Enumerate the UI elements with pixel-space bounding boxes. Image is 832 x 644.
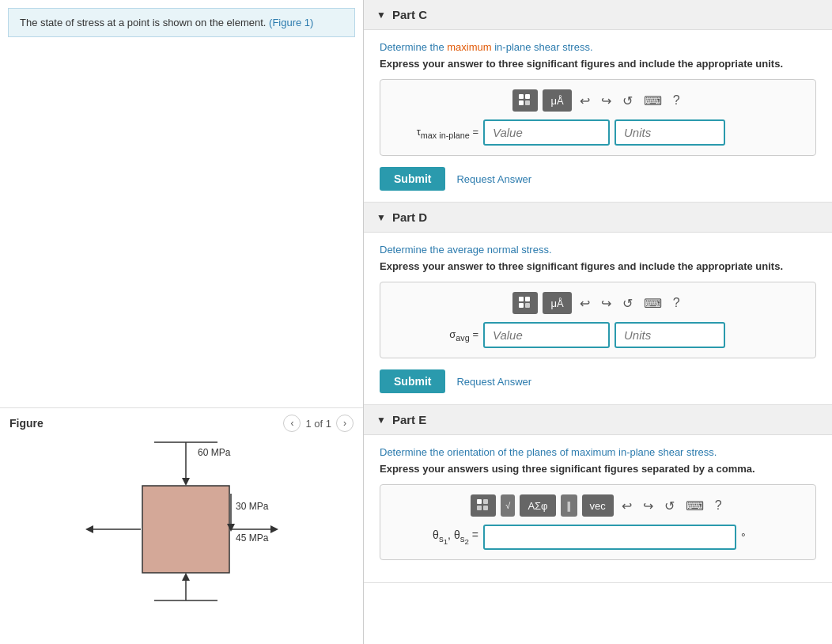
part-e-help-btn[interactable]: ? xyxy=(712,497,725,514)
part-d-action-row: Submit Request Answer xyxy=(380,369,816,393)
part-d-title: Part D xyxy=(392,210,427,224)
part-c-toggle[interactable]: ▼ xyxy=(376,9,386,21)
svg-rect-21 xyxy=(477,499,482,504)
grid-icon-d xyxy=(518,296,532,310)
part-c-undo-btn[interactable]: ↩ xyxy=(577,92,593,110)
part-e-equation-label: θs1, θs2 = xyxy=(391,528,478,546)
svg-rect-24 xyxy=(483,506,488,510)
part-e-keyboard-btn[interactable]: ⌨ xyxy=(683,497,707,515)
svg-rect-19 xyxy=(519,303,524,308)
figure-title: Figure xyxy=(9,417,43,430)
svg-rect-0 xyxy=(142,486,229,573)
part-e-vec-btn[interactable]: vec xyxy=(582,494,614,517)
part-c-title: Part C xyxy=(392,8,427,21)
part-c-units-input[interactable] xyxy=(615,119,725,146)
part-e-note: Express your answers using three signifi… xyxy=(380,463,816,475)
part-d-input-row: σavg = xyxy=(391,322,804,348)
part-d-equation-label: σavg = xyxy=(391,328,478,343)
svg-rect-18 xyxy=(525,297,530,301)
part-e-title: Part E xyxy=(392,413,426,426)
part-c-grid-btn[interactable] xyxy=(512,89,538,112)
grid-icon-e xyxy=(476,498,490,513)
part-c-request-link[interactable]: Request Answer xyxy=(456,173,531,185)
part-c-refresh-btn[interactable]: ↺ xyxy=(619,92,636,110)
part-d-highlight: average normal stress xyxy=(447,244,549,256)
figure-link[interactable]: (Figure 1) xyxy=(269,17,313,28)
part-d-grid-btn[interactable] xyxy=(512,292,538,314)
part-c-mu-btn[interactable]: μÅ xyxy=(543,89,571,112)
part-c-toolbar: μÅ ↩ ↪ ↺ ⌨ ? xyxy=(391,89,804,112)
part-d-help-btn[interactable]: ? xyxy=(670,294,683,312)
part-c-answer-box: μÅ ↩ ↪ ↺ ⌨ ? τmax in-plane = xyxy=(380,79,816,156)
part-c-content: Determine the maximum in-plane shear str… xyxy=(364,30,832,202)
part-d-units-input[interactable] xyxy=(615,322,725,348)
part-c-instruction: Determine the maximum in-plane shear str… xyxy=(380,41,816,53)
svg-marker-10 xyxy=(270,525,278,533)
part-c-highlight: maximum xyxy=(447,41,491,53)
stress-diagram: 60 MPa 30 MPa 45 MPa xyxy=(63,438,316,628)
stress-right-label: 45 MPa xyxy=(236,532,269,544)
part-e-value-input[interactable] xyxy=(483,525,736,550)
part-d-answer-box: μÅ ↩ ↪ ↺ ⌨ ? σavg = xyxy=(380,282,816,358)
figure-nav: ‹ 1 of 1 › xyxy=(283,415,354,432)
grid-icon xyxy=(518,93,532,108)
part-e-redo-btn[interactable]: ↪ xyxy=(640,497,656,515)
part-d-refresh-btn[interactable]: ↺ xyxy=(619,294,636,313)
part-c-section: ▼ Part C Determine the maximum in-plane … xyxy=(364,0,832,203)
figure-pagination: 1 of 1 xyxy=(305,418,331,430)
part-e-undo-btn[interactable]: ↩ xyxy=(618,497,635,515)
part-c-note: Express your answer to three significant… xyxy=(380,58,816,70)
part-d-toolbar: μÅ ↩ ↪ ↺ ⌨ ? xyxy=(391,292,804,314)
part-d-value-input[interactable] xyxy=(483,322,610,348)
part-e-degree-symbol: ° xyxy=(741,531,746,544)
part-e-alpha-btn[interactable]: ΑΣφ xyxy=(520,494,555,517)
part-d-keyboard-btn[interactable]: ⌨ xyxy=(641,294,665,313)
part-e-bars-btn[interactable]: ∥ xyxy=(561,494,577,517)
stress-right-top-label: 30 MPa xyxy=(236,501,269,512)
part-d-toggle[interactable]: ▼ xyxy=(376,212,386,223)
part-d-mu-btn[interactable]: μÅ xyxy=(543,292,571,314)
svg-rect-13 xyxy=(519,94,524,99)
part-e-sqrt-btn[interactable]: √ xyxy=(501,494,515,517)
part-c-help-btn[interactable]: ? xyxy=(670,92,683,109)
part-d-redo-btn[interactable]: ↪ xyxy=(598,294,615,313)
figure-header: Figure ‹ 1 of 1 › xyxy=(0,407,363,438)
part-d-instruction: Determine the average normal stress. xyxy=(380,244,816,256)
part-d-undo-btn[interactable]: ↩ xyxy=(577,294,593,313)
part-e-toolbar: √ ΑΣφ ∥ vec ↩ ↪ ↺ ⌨ ? xyxy=(391,494,804,517)
intro-text: The state of stress at a point is shown … xyxy=(20,17,266,28)
svg-marker-2 xyxy=(182,478,190,486)
part-d-submit-button[interactable]: Submit xyxy=(380,369,445,393)
part-c-input-row: τmax in-plane = xyxy=(391,119,804,146)
part-e-instruction: Determine the orientation of the planes … xyxy=(380,446,816,458)
part-d-header: ▼ Part D xyxy=(364,203,832,233)
part-c-action-row: Submit Request Answer xyxy=(380,167,816,191)
part-c-redo-btn[interactable]: ↪ xyxy=(598,92,615,110)
right-panel: ▼ Part C Determine the maximum in-plane … xyxy=(364,0,832,644)
svg-marker-12 xyxy=(85,525,93,533)
part-d-note: Express your answer to three significant… xyxy=(380,260,816,272)
next-figure-button[interactable]: › xyxy=(336,415,354,432)
part-c-value-input[interactable] xyxy=(483,119,610,146)
part-c-header: ▼ Part C xyxy=(364,0,832,30)
part-d-content: Determine the average normal stress. Exp… xyxy=(364,233,832,404)
part-e-refresh-btn[interactable]: ↺ xyxy=(661,497,678,515)
svg-rect-20 xyxy=(525,303,530,308)
svg-rect-23 xyxy=(477,506,482,510)
part-e-grid-btn[interactable] xyxy=(471,494,496,517)
part-e-highlight: orientation xyxy=(447,446,495,458)
diagram-area: 60 MPa 30 MPa 45 MPa xyxy=(0,438,363,644)
svg-rect-17 xyxy=(519,297,524,301)
part-d-section: ▼ Part D Determine the average normal st… xyxy=(364,203,832,405)
svg-rect-16 xyxy=(525,100,530,105)
part-e-answer-box: √ ΑΣφ ∥ vec ↩ ↪ ↺ ⌨ ? θs1, θs2 = xyxy=(380,484,816,560)
part-e-header: ▼ Part E xyxy=(364,405,832,435)
part-c-submit-button[interactable]: Submit xyxy=(380,167,445,191)
part-e-content: Determine the orientation of the planes … xyxy=(364,435,832,582)
svg-marker-5 xyxy=(182,573,190,581)
svg-rect-15 xyxy=(519,100,524,105)
part-c-keyboard-btn[interactable]: ⌨ xyxy=(641,92,665,110)
part-e-toggle[interactable]: ▼ xyxy=(376,415,386,426)
prev-figure-button[interactable]: ‹ xyxy=(283,415,301,432)
part-d-request-link[interactable]: Request Answer xyxy=(456,376,531,388)
